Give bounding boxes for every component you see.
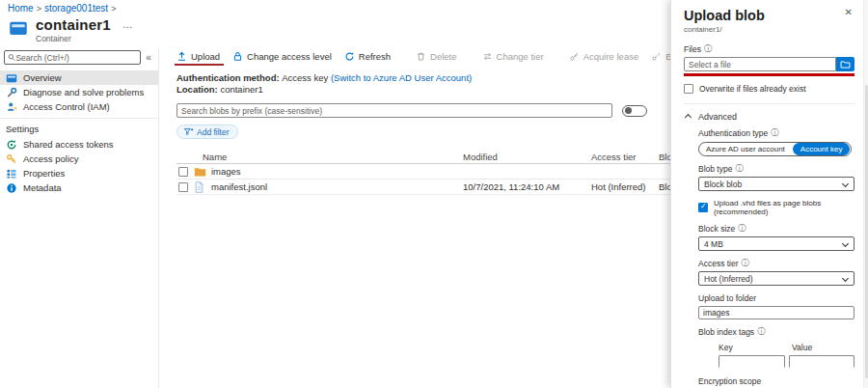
table-row[interactable]: manifest.jsonl 10/7/2021, 11:24:10 AM Ho… bbox=[176, 180, 697, 195]
info-icon bbox=[757, 328, 765, 336]
files-label: Files bbox=[684, 44, 701, 54]
red-underline-annotation bbox=[175, 64, 224, 66]
divider bbox=[684, 103, 854, 104]
sidebar-item-label: Properties bbox=[23, 168, 65, 179]
sidebar-item-access-policy[interactable]: Access policy bbox=[0, 152, 158, 166]
access-tier-select[interactable]: Hot (Inferred) bbox=[698, 271, 854, 286]
breadcrumb-storage-account[interactable]: storage001test bbox=[44, 3, 108, 14]
auth-method-label: Authentication method: bbox=[176, 72, 280, 83]
column-header-name[interactable]: Name bbox=[176, 152, 463, 162]
more-menu-icon[interactable] bbox=[122, 18, 134, 30]
upload-button[interactable]: Upload bbox=[176, 51, 220, 62]
location-value: container1 bbox=[220, 84, 262, 95]
delete-button[interactable]: Delete bbox=[416, 51, 456, 62]
sidebar-item-label: Access Control (IAM) bbox=[23, 101, 110, 112]
access-tier-value: Hot (Inferred) bbox=[704, 274, 753, 284]
sidebar-section-settings: Settings bbox=[0, 118, 158, 137]
acquire-lease-button[interactable]: Acquire lease bbox=[569, 51, 639, 62]
block-size-select[interactable]: 4 MB bbox=[698, 236, 854, 251]
breadcrumb-separator: > bbox=[37, 4, 41, 14]
encryption-scope-label: Encryption scope bbox=[698, 376, 761, 386]
toolbar-label: Upload bbox=[191, 51, 220, 62]
sidebar: Overview Diagnose and solve problems Acc… bbox=[0, 48, 159, 388]
folder-icon bbox=[194, 166, 206, 178]
panel-scrollbar[interactable] bbox=[863, 0, 868, 388]
advanced-section-toggle[interactable]: Advanced bbox=[684, 112, 854, 122]
blob-name-link[interactable]: manifest.jsonl bbox=[211, 181, 267, 192]
upload-blob-panel: Upload blob container1/ Files Overwrite … bbox=[670, 0, 868, 388]
show-deleted-toggle[interactable] bbox=[622, 105, 647, 117]
add-filter-label: Add filter bbox=[197, 127, 230, 137]
chevron-up-icon bbox=[685, 114, 692, 121]
cell-access-tier: Hot (Inferred) bbox=[591, 181, 659, 192]
browse-files-button[interactable] bbox=[836, 57, 854, 71]
switch-auth-link[interactable]: (Switch to Azure AD User Account) bbox=[331, 72, 472, 83]
tag-value-input[interactable] bbox=[790, 361, 854, 372]
change-tier-button[interactable]: Change tier bbox=[482, 51, 544, 62]
sidebar-item-label: Diagnose and solve problems bbox=[23, 87, 144, 97]
row-checkbox[interactable] bbox=[178, 167, 188, 177]
auth-type-option-account-key[interactable]: Account key bbox=[793, 143, 851, 155]
upload-icon bbox=[176, 51, 187, 62]
collapse-sidebar-icon[interactable] bbox=[141, 52, 156, 63]
blob-type-value: Block blob bbox=[704, 180, 742, 189]
red-underline-annotation bbox=[684, 73, 854, 76]
sidebar-search-input[interactable] bbox=[15, 53, 137, 63]
properties-icon bbox=[6, 168, 17, 180]
column-header-access-tier[interactable]: Access tier bbox=[591, 152, 659, 162]
tag-key-field[interactable] bbox=[719, 355, 785, 368]
table-row[interactable]: images bbox=[176, 164, 697, 180]
tags-key-header: Key bbox=[719, 343, 792, 352]
advanced-label: Advanced bbox=[698, 112, 737, 122]
break-lease-icon bbox=[651, 51, 662, 62]
blob-search-input[interactable] bbox=[181, 106, 608, 116]
toolbar-label: Change tier bbox=[497, 51, 544, 62]
blob-name-link[interactable]: images bbox=[211, 166, 241, 177]
chevron-down-icon bbox=[842, 274, 849, 281]
sidebar-item-overview[interactable]: Overview bbox=[0, 70, 158, 85]
vhd-page-blob-checkbox[interactable] bbox=[698, 203, 708, 212]
upload-folder-label: Upload to folder bbox=[698, 293, 756, 303]
panel-subtitle: container1/ bbox=[684, 25, 854, 34]
auth-type-toggle: Azure AD user account Account key bbox=[698, 142, 852, 156]
blob-search-box[interactable] bbox=[176, 103, 612, 118]
chevron-down-icon bbox=[842, 239, 849, 246]
blob-type-label: Blob type bbox=[698, 164, 732, 174]
info-icon bbox=[735, 165, 743, 173]
diagnose-icon bbox=[6, 87, 17, 98]
close-icon[interactable] bbox=[845, 7, 853, 17]
sidebar-item-metadata[interactable]: Metadata bbox=[0, 180, 158, 195]
file-select-input[interactable] bbox=[689, 60, 831, 69]
sidebar-item-properties[interactable]: Properties bbox=[0, 166, 158, 180]
sidebar-search[interactable] bbox=[4, 50, 141, 65]
sidebar-item-access-control[interactable]: Access Control (IAM) bbox=[0, 99, 158, 114]
sidebar-item-diagnose[interactable]: Diagnose and solve problems bbox=[0, 85, 158, 99]
upload-folder-input[interactable] bbox=[703, 308, 850, 318]
filter-icon bbox=[183, 126, 194, 137]
tag-value-field[interactable] bbox=[789, 355, 855, 368]
breadcrumb-home[interactable]: Home bbox=[8, 3, 34, 14]
sidebar-item-shared-access-tokens[interactable]: Shared access tokens bbox=[0, 137, 158, 152]
auth-type-option-aad[interactable]: Azure AD user account bbox=[699, 145, 792, 153]
refresh-button[interactable]: Refresh bbox=[344, 51, 391, 62]
trash-icon bbox=[416, 51, 426, 62]
block-size-label: Block size bbox=[698, 224, 735, 234]
row-checkbox[interactable] bbox=[178, 182, 188, 192]
info-icon bbox=[742, 260, 749, 267]
tags-value-header: Value bbox=[792, 343, 812, 352]
auth-method-value: Access key bbox=[282, 72, 328, 83]
upload-folder-field[interactable] bbox=[698, 306, 854, 319]
info-icon bbox=[704, 45, 712, 53]
change-tier-icon bbox=[482, 51, 493, 62]
refresh-icon bbox=[344, 51, 355, 62]
blob-type-select[interactable]: Block blob bbox=[698, 177, 854, 191]
column-header-modified[interactable]: Modified bbox=[463, 152, 591, 162]
overwrite-checkbox[interactable] bbox=[684, 84, 693, 94]
sidebar-item-label: Shared access tokens bbox=[23, 139, 113, 150]
change-access-level-button[interactable]: Change access level bbox=[232, 51, 332, 62]
add-filter-button[interactable]: Add filter bbox=[176, 125, 238, 139]
folder-icon bbox=[840, 60, 851, 69]
info-icon bbox=[771, 129, 778, 137]
file-select-box[interactable] bbox=[684, 57, 836, 71]
tag-key-input[interactable] bbox=[719, 361, 784, 372]
